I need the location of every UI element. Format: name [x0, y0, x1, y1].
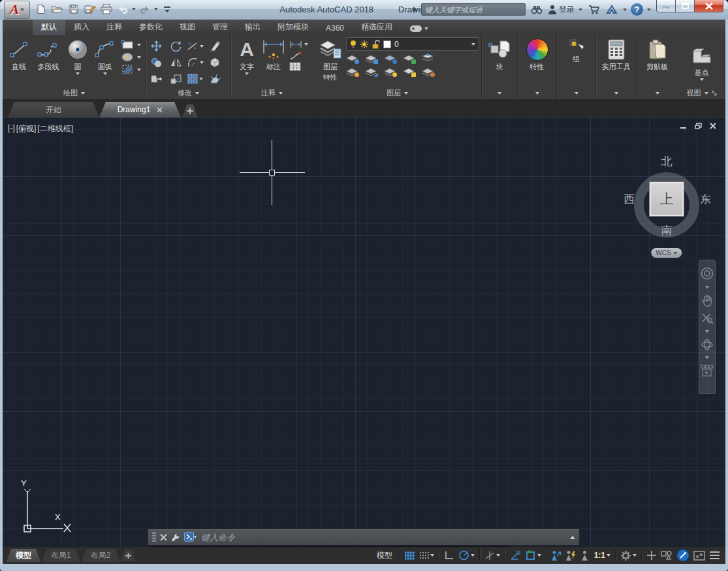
- chevron-down-icon[interactable]: [496, 554, 500, 557]
- qat-customize-button[interactable]: [160, 2, 174, 16]
- arc-dropdown-icon[interactable]: [103, 72, 107, 75]
- layout1-tab[interactable]: 布局1: [42, 549, 80, 562]
- scale-button[interactable]: [170, 74, 182, 84]
- clean-screen-button[interactable]: [691, 548, 707, 563]
- chevron-down-icon[interactable]: [200, 61, 204, 64]
- model-tab[interactable]: 模型: [7, 549, 40, 562]
- command-wrench-icon[interactable]: [171, 532, 180, 542]
- rectangle-button[interactable]: [121, 40, 141, 50]
- zoom-extents-icon[interactable]: [701, 313, 714, 324]
- close-tab-icon[interactable]: [157, 107, 163, 113]
- chevron-down-icon[interactable]: [537, 554, 541, 557]
- ribbon-tab-parametric[interactable]: 参数化: [131, 20, 171, 35]
- navigation-wheel-icon[interactable]: [701, 267, 714, 280]
- drawing-restore-icon[interactable]: [695, 123, 702, 129]
- command-history-icon[interactable]: [570, 536, 575, 539]
- help-dropdown-icon[interactable]: [647, 8, 651, 11]
- chevron-down-icon[interactable]: [471, 554, 475, 557]
- application-menu-button[interactable]: A: [4, 1, 30, 19]
- workspace-switching-button[interactable]: [618, 548, 639, 563]
- dialog-launcher-icon[interactable]: [712, 91, 717, 96]
- annotation-visibility-button[interactable]: [549, 548, 563, 563]
- search-button[interactable]: [530, 3, 544, 17]
- viewcube-east[interactable]: 东: [700, 192, 711, 207]
- ribbon-tab-output[interactable]: 输出: [236, 20, 269, 35]
- chevron-down-icon[interactable]: [705, 286, 709, 288]
- block-insert-button[interactable]: 块: [487, 37, 512, 72]
- layer-lock-button[interactable]: [403, 54, 416, 64]
- command-prompt-icon[interactable]: [184, 532, 197, 542]
- new-layout-button[interactable]: [121, 549, 135, 561]
- orbit-icon[interactable]: [701, 339, 714, 350]
- chevron-down-icon[interactable]: [200, 45, 204, 48]
- fillet-button[interactable]: [187, 57, 204, 67]
- undo-button[interactable]: [116, 2, 130, 16]
- panel-utilities-title[interactable]: [596, 87, 636, 99]
- panel-groups-title[interactable]: [557, 87, 595, 99]
- properties-button[interactable]: 特性: [525, 37, 550, 72]
- layer-freeze-button[interactable]: [384, 54, 397, 64]
- panel-clipboard-title[interactable]: [637, 87, 678, 99]
- layer-thaw-sun-button[interactable]: [384, 67, 397, 77]
- ortho-button[interactable]: [442, 548, 456, 563]
- layer-on2-button[interactable]: [346, 67, 359, 77]
- viewcube-west[interactable]: 西: [624, 192, 635, 207]
- crosshair-tools-button[interactable]: [644, 548, 659, 563]
- chevron-down-icon[interactable]: [137, 56, 141, 59]
- wcs-menu[interactable]: WCS: [651, 248, 682, 258]
- move-button[interactable]: [151, 40, 162, 52]
- polar-tracking-button[interactable]: [456, 548, 477, 563]
- new-drawing-tab-button[interactable]: [182, 104, 198, 117]
- a360-dropdown-icon[interactable]: [623, 8, 627, 11]
- layer-isolate-button[interactable]: [365, 54, 378, 64]
- search-input[interactable]: [421, 3, 526, 16]
- rotate-button[interactable]: [170, 40, 182, 52]
- utilities-button[interactable]: 实用工具: [601, 37, 632, 72]
- chevron-down-icon[interactable]: [430, 554, 434, 557]
- redo-button[interactable]: [138, 2, 152, 16]
- command-close-icon[interactable]: [160, 534, 167, 541]
- basepoint-button[interactable]: 基点: [689, 43, 714, 82]
- group-button[interactable]: 组: [567, 37, 586, 65]
- restore-button[interactable]: [676, 0, 694, 12]
- ribbon-tab-addins[interactable]: 附加模块: [269, 20, 317, 35]
- signin-dropdown-icon[interactable]: [578, 8, 582, 11]
- polyline-button[interactable]: 多段线: [33, 37, 63, 72]
- annotation-scale-value[interactable]: 1:1: [592, 548, 612, 563]
- ribbon-tab-home[interactable]: 默认: [33, 20, 65, 35]
- ribbon-tab-a360[interactable]: A360: [317, 22, 353, 35]
- chevron-down-icon[interactable]: [633, 554, 637, 557]
- ribbon-tab-view[interactable]: 视图: [171, 20, 204, 35]
- copy-button[interactable]: [151, 57, 162, 68]
- layout2-tab[interactable]: 布局2: [82, 549, 120, 562]
- isometric-drafting-button[interactable]: [483, 548, 502, 563]
- dimension-button[interactable]: 标注: [261, 37, 287, 72]
- viewport-menu-toggle[interactable]: [-]: [8, 123, 15, 134]
- object-snap-button[interactable]: [523, 548, 543, 563]
- customization-button[interactable]: [707, 548, 721, 563]
- array-button[interactable]: [187, 74, 203, 84]
- explode-button[interactable]: [209, 74, 221, 84]
- stretch-button[interactable]: [150, 74, 162, 84]
- 3d-button[interactable]: [209, 57, 221, 68]
- layer-select-dropdown-icon[interactable]: [471, 43, 475, 46]
- help-button[interactable]: ?: [631, 3, 643, 16]
- a360-button[interactable]: [605, 3, 619, 17]
- basepoint-dropdown-icon[interactable]: [700, 78, 704, 81]
- layer-select[interactable]: 0: [346, 37, 479, 51]
- panel-view-title[interactable]: 视图: [678, 87, 725, 99]
- layer-properties-button[interactable]: 图层 特性: [317, 37, 343, 83]
- text-button[interactable]: A 文字: [236, 37, 258, 76]
- arc-button[interactable]: 圆弧: [92, 37, 118, 76]
- isolate-objects-button[interactable]: [659, 548, 674, 563]
- command-grip-handle[interactable]: [152, 532, 156, 542]
- panel-block-title[interactable]: [482, 87, 517, 99]
- open-file-button[interactable]: [50, 2, 65, 16]
- model-space-button[interactable]: 模型: [373, 550, 396, 561]
- ribbon-tab-insert[interactable]: 插入: [65, 20, 98, 35]
- circle-dropdown-icon[interactable]: [76, 72, 80, 75]
- leader-button[interactable]: [289, 51, 308, 60]
- new-file-button[interactable]: [34, 2, 48, 16]
- command-line[interactable]: [148, 529, 580, 546]
- chevron-down-icon[interactable]: [705, 330, 709, 333]
